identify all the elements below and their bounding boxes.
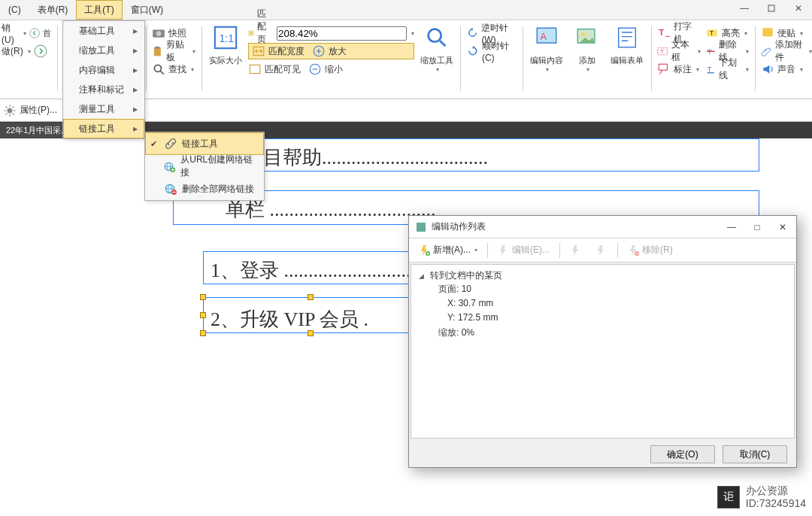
edit-form-button[interactable]: 编辑表单 <box>609 23 644 99</box>
form-icon <box>614 25 640 50</box>
dialog-app-icon <box>415 221 427 233</box>
attach-button[interactable]: 添加附件▾ <box>761 43 812 59</box>
menu-item-tools[interactable]: 工具(T) <box>76 0 122 20</box>
zoom-dropdown[interactable]: ▾ <box>411 30 414 37</box>
textbox-button[interactable]: T文本框▾ <box>657 43 701 59</box>
dialog-title: 编辑动作列表 <box>432 220 486 233</box>
rotate-cw-icon <box>467 44 479 58</box>
tools-menu-measure[interactable]: 测量工具▶ <box>63 99 144 119</box>
dialog-body[interactable]: ◢ 转到文档中的某页 页面: 10 X: 30.7 mm Y: 172.5 mm… <box>411 264 795 439</box>
svg-rect-12 <box>250 32 253 35</box>
bolt-up-icon <box>570 244 582 256</box>
svg-text:T: T <box>710 29 714 37</box>
clipboard-icon <box>152 44 163 58</box>
svg-text:T: T <box>707 65 712 73</box>
rotate-cw-button[interactable]: 顺时针(C) <box>467 43 516 59</box>
globe-plus-icon <box>163 159 176 173</box>
zoom-in-label[interactable]: 放大 <box>329 45 347 58</box>
add-button[interactable]: 添加▾ <box>569 23 604 99</box>
highlight-icon: T <box>705 26 719 40</box>
link-box-selected[interactable] <box>203 297 418 333</box>
svg-rect-0 <box>768 5 774 11</box>
dialog-minimize[interactable]: — <box>724 222 739 232</box>
dialog-ok-button[interactable]: 确定(O) <box>650 445 715 463</box>
zoom-out-label[interactable]: 缩小 <box>325 63 343 76</box>
bolt-edit-icon <box>498 244 510 256</box>
svg-text:A: A <box>541 31 547 42</box>
menu-item-window[interactable]: 窗口(W) <box>123 0 171 20</box>
svg-rect-15 <box>250 65 260 73</box>
zoom-tool-button[interactable]: 缩放工具▾ <box>419 23 454 99</box>
properties-button[interactable]: 属性(P)... <box>20 104 57 117</box>
check-icon: ✔ <box>150 139 159 149</box>
dialog-title-bar[interactable]: 编辑动作列表 — □ ✕ <box>409 216 796 238</box>
dialog-footer: 确定(O) 取消(C) <box>409 440 796 469</box>
sound-button[interactable]: 声音▾ <box>761 61 812 77</box>
fit-visible-button[interactable]: 匹配可见 缩小 <box>248 61 414 77</box>
callout-button[interactable]: 标注▾ <box>657 61 701 77</box>
link-tools-submenu: ✔ 链接工具 从URL创建网络链接 删除全部网络链接 <box>144 132 265 201</box>
rotate-ccw-icon <box>467 26 478 40</box>
fit-width-icon <box>252 44 265 58</box>
tools-menu-zoom[interactable]: 缩放工具▶ <box>63 41 144 60</box>
bolt-down-icon <box>595 244 607 256</box>
fit-page-icon[interactable] <box>248 26 254 40</box>
tools-menu-annot[interactable]: 注释和标记▶ <box>63 80 144 99</box>
edit-content-icon: A <box>534 25 559 50</box>
zoom-out-icon[interactable] <box>308 62 322 76</box>
svg-text:1:1: 1:1 <box>220 32 235 44</box>
watermark-line1: 办公资源 <box>746 484 806 497</box>
action-y-row: Y: 172.5 mm <box>419 311 786 325</box>
tools-menu-basic[interactable]: 基础工具▶ <box>63 21 144 41</box>
minimize-button[interactable]: — <box>731 0 758 17</box>
tools-menu-content[interactable]: 内容编辑▶ <box>63 60 144 80</box>
svg-rect-7 <box>156 47 159 49</box>
action-tree-node[interactable]: ◢ 转到文档中的某页 <box>419 269 786 282</box>
svg-rect-22 <box>619 28 636 47</box>
redo-button[interactable]: 做(R)▾ <box>2 43 51 59</box>
menu-item-form[interactable]: 表单(R) <box>29 0 77 20</box>
edit-content-button[interactable]: A 编辑内容▾ <box>529 23 565 99</box>
bolt-remove-icon <box>628 244 640 256</box>
magnifier-icon <box>424 25 450 50</box>
zoom-combo[interactable] <box>277 26 407 41</box>
svg-point-21 <box>580 32 585 37</box>
dialog-close[interactable]: ✕ <box>775 222 790 232</box>
maximize-button[interactable] <box>758 0 785 17</box>
svg-text:T: T <box>661 48 665 55</box>
instruction-annotation: 双击选框，修改跳转页数 <box>79 511 426 516</box>
actual-size-icon: 1:1 <box>213 25 238 50</box>
tools-menu-link[interactable]: 链接工具▶ <box>63 119 144 138</box>
paperclip-icon <box>761 44 772 58</box>
action-zoom-row: 缩放: 0% <box>419 326 786 340</box>
tree-collapse-icon[interactable]: ◢ <box>419 272 424 280</box>
submenu-create-from-url[interactable]: 从URL创建网络链接 <box>145 155 264 178</box>
dialog-cancel-button[interactable]: 取消(C) <box>723 445 787 463</box>
submenu-link-tool[interactable]: ✔ 链接工具 <box>145 132 264 155</box>
zoom-in-icon[interactable] <box>312 44 326 58</box>
submenu-remove-all-links[interactable]: 删除全部网络链接 <box>145 178 264 200</box>
dialog-toolbar: 新增(A)...▾ 编辑(E)... 移除(R) <box>409 238 796 263</box>
close-button[interactable]: ✕ <box>785 0 812 17</box>
back-arrow-icon <box>29 26 40 40</box>
dialog-maximize[interactable]: □ <box>750 222 765 232</box>
add-image-icon <box>574 25 600 50</box>
tools-menu-dropdown: 基础工具▶ 缩放工具▶ 内容编辑▶ 注释和标记▶ 测量工具▶ 链接工具▶ <box>62 20 145 139</box>
menu-item-c[interactable]: (C) <box>0 0 29 20</box>
gear-icon <box>3 104 17 117</box>
action-page-row: 页面: 10 <box>419 282 786 296</box>
watermark-line2: ID:73245914 <box>746 497 806 510</box>
textbox-icon: T <box>657 44 668 58</box>
edit-actions-dialog: 编辑动作列表 — □ ✕ 新增(A)...▾ 编辑(E)... 移除(R) ◢ … <box>408 215 797 468</box>
undo-button[interactable]: 销(U)▾ 首 <box>2 25 51 41</box>
bolt-plus-icon <box>419 244 431 256</box>
find-button[interactable]: 查找▾ <box>152 61 195 77</box>
dialog-add-button[interactable]: 新增(A)...▾ <box>414 241 483 260</box>
actual-size-button[interactable]: 1:1 实际大小 <box>208 23 244 99</box>
dialog-edit-button: 编辑(E)... <box>492 241 555 260</box>
clipboard-button[interactable]: 剪贴板▾ <box>152 43 195 59</box>
strikeout-icon: T <box>705 44 717 58</box>
underline-button[interactable]: T下划线▾ <box>705 61 749 77</box>
fit-width-button[interactable]: 匹配宽度 放大 <box>248 43 414 59</box>
callout-icon <box>657 62 671 76</box>
